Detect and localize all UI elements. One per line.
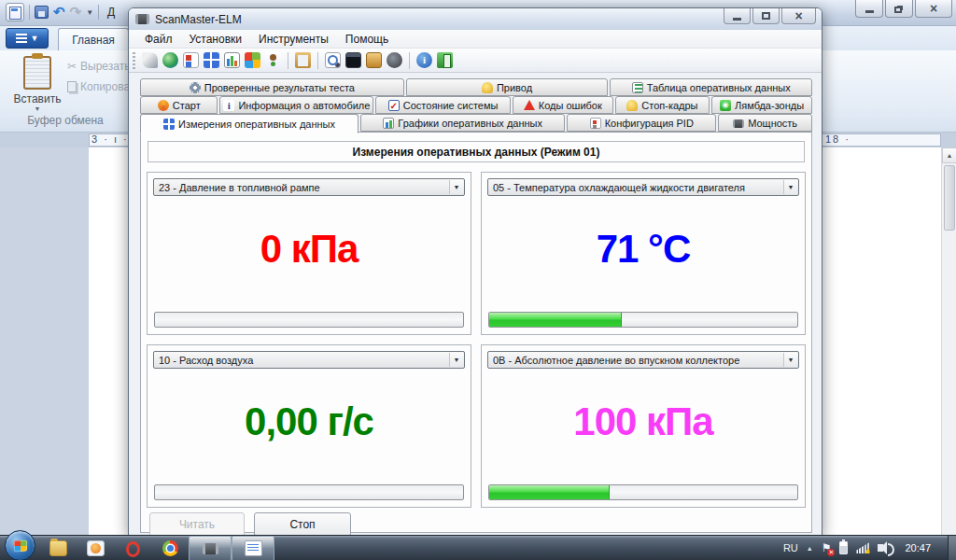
wordpad-app-menu-button[interactable]: ▼ xyxy=(6,28,49,49)
graph-icon[interactable] xyxy=(224,52,240,68)
vehicle-info-icon: i xyxy=(223,100,234,111)
tab-start[interactable]: Старт xyxy=(140,96,218,114)
chevron-down-icon[interactable]: ▼ xyxy=(783,353,797,367)
tab-power[interactable]: Мощность xyxy=(718,114,812,132)
copy-button[interactable]: Копирова xyxy=(67,80,130,93)
volume-icon[interactable] xyxy=(878,544,883,552)
tab-actuator[interactable]: Привод xyxy=(406,78,609,96)
user-icon[interactable] xyxy=(265,52,281,68)
menu-tools[interactable]: Инструменты xyxy=(250,33,337,46)
minimize-icon xyxy=(733,18,741,21)
connect-icon[interactable] xyxy=(142,52,158,68)
taskbar-item-media-player[interactable] xyxy=(77,536,114,560)
exit-icon[interactable] xyxy=(437,52,453,68)
scanmaster-minimize-button[interactable] xyxy=(724,8,751,24)
opera-icon xyxy=(124,540,142,556)
chrome-icon xyxy=(162,540,178,556)
pid-select[interactable]: 10 - Расход воздуха▼ xyxy=(153,351,465,369)
taskbar-item-wordpad[interactable] xyxy=(232,536,274,560)
scrollbar-thumb[interactable] xyxy=(944,165,955,231)
wordpad-minimize-button[interactable] xyxy=(855,0,883,18)
live-data-grid-icon xyxy=(163,119,175,130)
wordpad-app-icon[interactable] xyxy=(6,3,24,21)
start-icon xyxy=(158,100,169,111)
chevron-down-icon[interactable]: ▼ xyxy=(783,180,797,194)
scanmaster-titlebar[interactable]: ScanMaster-ELM × xyxy=(129,8,822,30)
wordpad-restore-button[interactable] xyxy=(885,0,913,18)
pid-select[interactable]: 05 - Температура охлаждающей жидкости дв… xyxy=(487,178,799,196)
separator xyxy=(288,52,288,69)
read-button[interactable]: Читать xyxy=(149,512,245,537)
language-indicator[interactable]: RU xyxy=(783,542,798,553)
copy-label: Копирова xyxy=(80,80,130,93)
gauge-icon[interactable] xyxy=(387,52,402,68)
taskbar-item-chrome[interactable] xyxy=(151,536,189,560)
redo-icon[interactable]: ↷ xyxy=(70,6,82,19)
error-codes-icon xyxy=(524,100,535,110)
taskbar-item-opera[interactable] xyxy=(114,536,151,560)
pid-config-icon xyxy=(590,118,601,129)
tab-live-data-measurements[interactable]: Измерения оперативных данных xyxy=(140,114,358,133)
save-icon[interactable] xyxy=(35,6,49,19)
tab-test-results[interactable]: Проверенные результаты теста xyxy=(140,78,404,96)
page-title: Измерения оперативных данных (Режим 01) xyxy=(148,141,805,162)
show-desktop-button[interactable] xyxy=(948,536,956,560)
scanmaster-close-button[interactable]: × xyxy=(781,8,816,24)
stop-button[interactable]: Стоп xyxy=(254,512,351,537)
search-icon[interactable] xyxy=(325,52,341,68)
action-center-flag-icon[interactable]: ⚑ xyxy=(822,541,832,554)
tab-system-status[interactable]: ✓Состояние системы xyxy=(375,96,511,114)
cut-label: Вырезать xyxy=(80,60,130,73)
tab-live-data-table[interactable]: Таблица оперативных данных xyxy=(610,78,812,96)
undo-icon[interactable]: ↶ xyxy=(53,6,65,19)
minimize-icon xyxy=(865,10,874,13)
start-button[interactable] xyxy=(5,530,35,560)
chevron-down-icon[interactable]: ▼ xyxy=(449,180,463,194)
scroll-up-icon[interactable]: ▲ xyxy=(942,147,956,163)
wordpad-scrollbar[interactable]: ▲ xyxy=(941,147,956,560)
pid-select[interactable]: 0B - Абсолютное давление во впускном кол… xyxy=(487,351,799,369)
windows-logo-icon[interactable] xyxy=(245,52,260,68)
menu-file[interactable]: Файл xyxy=(136,33,181,46)
pid-select[interactable]: 23 - Давление в топливной рампе▼ xyxy=(153,178,465,196)
tab-home[interactable]: Главная xyxy=(58,28,129,50)
windows-flag-icon xyxy=(14,539,27,552)
paste-clipboard-icon xyxy=(23,56,51,90)
tab-lambda-sensors[interactable]: ✳Лямбда-зонды xyxy=(711,96,812,114)
clock[interactable]: 20:47 xyxy=(905,542,931,553)
caret-down-icon: ▼ xyxy=(35,105,41,112)
tab-error-codes[interactable]: Коды ошибок xyxy=(513,96,613,114)
battery-icon[interactable] xyxy=(366,52,382,68)
qat-dropdown-icon[interactable]: ▼ xyxy=(86,8,93,17)
cut-button[interactable]: ✂Вырезать xyxy=(67,60,130,73)
menu-help[interactable]: Помощь xyxy=(337,33,397,46)
report-icon[interactable] xyxy=(183,52,199,68)
wordpad-close-button[interactable]: × xyxy=(915,0,952,18)
terminal-icon[interactable] xyxy=(345,52,361,68)
progress-bar xyxy=(488,484,798,500)
tab-pid-config[interactable]: Конфигурация PID xyxy=(567,114,716,132)
chevron-down-icon[interactable]: ▼ xyxy=(449,353,463,367)
menu-settings[interactable]: Установки xyxy=(181,33,250,46)
taskbar-item-scanmaster[interactable] xyxy=(189,536,232,560)
globe-icon[interactable] xyxy=(162,52,178,68)
paste-button[interactable]: Вставить ▼ xyxy=(11,56,63,118)
taskbar-item-explorer[interactable] xyxy=(39,536,77,560)
menubar: Файл Установки Инструменты Помощь xyxy=(129,30,822,49)
tab-freeze-frames[interactable]: Стоп-кадры xyxy=(615,96,710,114)
scanmaster-maximize-button[interactable] xyxy=(752,8,780,24)
gauge-coolant-temp: 05 - Температура охлаждающей жидкости дв… xyxy=(481,172,806,335)
power-chip-icon xyxy=(733,119,744,128)
tab-live-data-graphs[interactable]: Графики оперативных данных xyxy=(360,114,565,132)
copy-icon xyxy=(67,81,77,92)
clipboard-icon[interactable] xyxy=(295,52,311,68)
hidden-icons-chevron-icon[interactable]: ▲ xyxy=(807,545,813,552)
info-icon[interactable]: i xyxy=(416,52,432,68)
tab-vehicle-info[interactable]: iИнформация о автомобиле xyxy=(219,96,373,114)
maximize-icon xyxy=(762,12,770,20)
network-status-icon[interactable] xyxy=(856,542,869,553)
chip-icon xyxy=(135,14,149,24)
measurements-grid-icon[interactable] xyxy=(204,52,219,68)
clipboard-group-label: Буфер обмена xyxy=(0,114,131,127)
battery-status-icon[interactable] xyxy=(839,541,848,554)
